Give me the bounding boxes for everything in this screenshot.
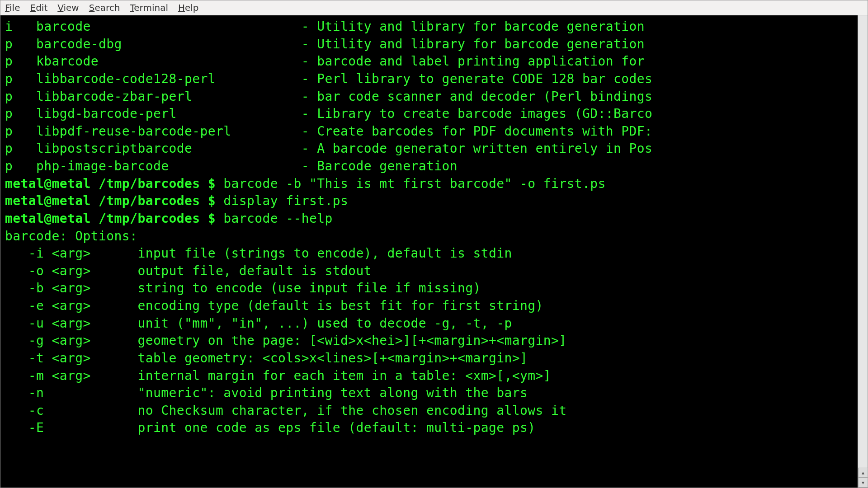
menu-edit[interactable]: Edit xyxy=(30,2,47,13)
terminal-area-wrap: i barcode - Utility and library for barc… xyxy=(0,15,868,488)
menu-search[interactable]: Search xyxy=(89,2,120,13)
menu-help[interactable]: Help xyxy=(178,2,199,13)
scroll-up-button[interactable]: ▴ xyxy=(858,468,868,478)
terminal-window: File Edit View Search Terminal Help i ba… xyxy=(0,0,868,488)
menu-view[interactable]: View xyxy=(57,2,79,13)
scrollbar[interactable]: ▴ ▾ xyxy=(858,15,868,488)
menu-file[interactable]: File xyxy=(5,2,20,13)
terminal-output[interactable]: i barcode - Utility and library for barc… xyxy=(0,15,858,488)
menu-terminal[interactable]: Terminal xyxy=(130,2,168,13)
menubar: File Edit View Search Terminal Help xyxy=(0,0,868,15)
scroll-down-button[interactable]: ▾ xyxy=(858,478,868,488)
